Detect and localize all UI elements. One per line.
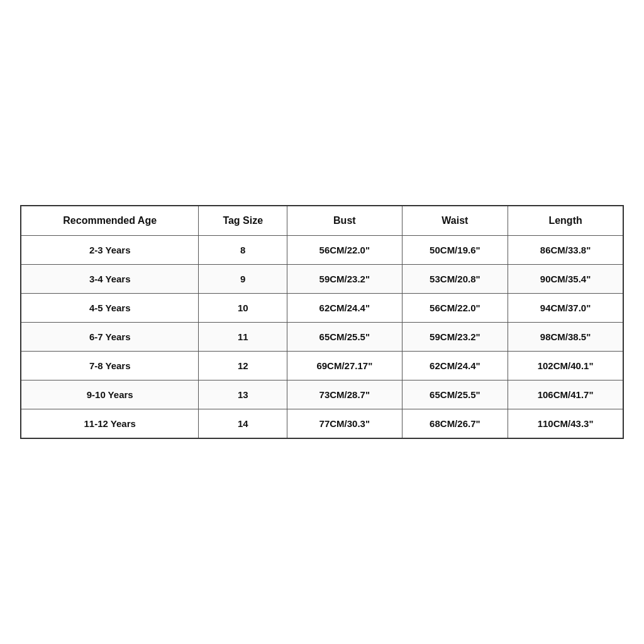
cell-tag_size: 11	[199, 323, 287, 352]
cell-tag_size: 12	[199, 352, 287, 380]
cell-tag_size: 13	[199, 380, 287, 409]
cell-length: 90CM/35.4"	[508, 265, 623, 294]
cell-age: 7-8 Years	[21, 352, 199, 380]
cell-waist: 68CM/26.7"	[402, 409, 508, 439]
cell-length: 98CM/38.5"	[508, 323, 623, 352]
cell-waist: 59CM/23.2"	[402, 323, 508, 352]
cell-waist: 56CM/22.0"	[402, 294, 508, 323]
cell-tag_size: 10	[199, 294, 287, 323]
col-header-length: Length	[508, 206, 623, 236]
col-header-tag-size: Tag Size	[199, 206, 287, 236]
cell-bust: 69CM/27.17"	[287, 352, 402, 380]
table-row: 4-5 Years1062CM/24.4"56CM/22.0"94CM/37.0…	[21, 294, 623, 323]
col-header-bust: Bust	[287, 206, 402, 236]
cell-waist: 62CM/24.4"	[402, 352, 508, 380]
cell-age: 6-7 Years	[21, 323, 199, 352]
cell-tag_size: 9	[199, 265, 287, 294]
size-chart-container: Recommended Age Tag Size Bust Waist Leng…	[20, 205, 624, 439]
table-row: 2-3 Years856CM/22.0"50CM/19.6"86CM/33.8"	[21, 236, 623, 265]
table-row: 7-8 Years1269CM/27.17"62CM/24.4"102CM/40…	[21, 352, 623, 380]
table-row: 9-10 Years1373CM/28.7"65CM/25.5"106CM/41…	[21, 380, 623, 409]
size-chart-table: Recommended Age Tag Size Bust Waist Leng…	[20, 205, 624, 439]
table-row: 11-12 Years1477CM/30.3"68CM/26.7"110CM/4…	[21, 409, 623, 439]
cell-waist: 65CM/25.5"	[402, 380, 508, 409]
cell-age: 3-4 Years	[21, 265, 199, 294]
cell-waist: 53CM/20.8"	[402, 265, 508, 294]
cell-bust: 77CM/30.3"	[287, 409, 402, 439]
col-header-waist: Waist	[402, 206, 508, 236]
cell-length: 106CM/41.7"	[508, 380, 623, 409]
cell-bust: 56CM/22.0"	[287, 236, 402, 265]
cell-length: 110CM/43.3"	[508, 409, 623, 439]
cell-length: 86CM/33.8"	[508, 236, 623, 265]
table-row: 3-4 Years959CM/23.2"53CM/20.8"90CM/35.4"	[21, 265, 623, 294]
cell-bust: 73CM/28.7"	[287, 380, 402, 409]
cell-bust: 62CM/24.4"	[287, 294, 402, 323]
cell-age: 11-12 Years	[21, 409, 199, 439]
cell-length: 102CM/40.1"	[508, 352, 623, 380]
cell-length: 94CM/37.0"	[508, 294, 623, 323]
cell-age: 2-3 Years	[21, 236, 199, 265]
cell-tag_size: 8	[199, 236, 287, 265]
cell-age: 4-5 Years	[21, 294, 199, 323]
table-row: 6-7 Years1165CM/25.5"59CM/23.2"98CM/38.5…	[21, 323, 623, 352]
cell-bust: 59CM/23.2"	[287, 265, 402, 294]
cell-tag_size: 14	[199, 409, 287, 439]
cell-bust: 65CM/25.5"	[287, 323, 402, 352]
col-header-age: Recommended Age	[21, 206, 199, 236]
cell-waist: 50CM/19.6"	[402, 236, 508, 265]
table-header-row: Recommended Age Tag Size Bust Waist Leng…	[21, 206, 623, 236]
cell-age: 9-10 Years	[21, 380, 199, 409]
